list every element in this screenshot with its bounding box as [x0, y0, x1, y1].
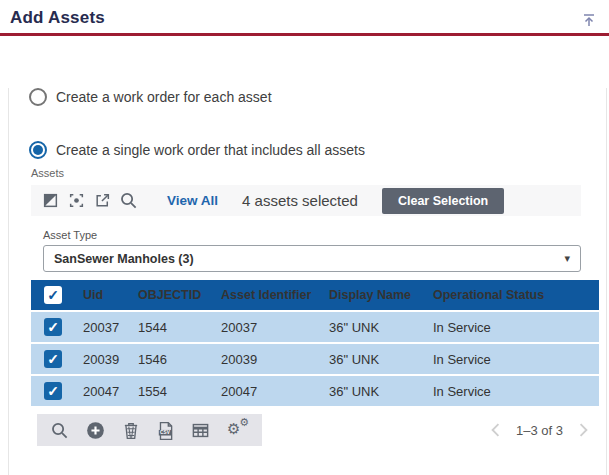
cell-asset-identifier: 20037 — [213, 320, 321, 335]
cell-display-name: 36" UNK — [321, 320, 425, 335]
radio-option-work-order-each[interactable]: Create a work order for each asset — [29, 88, 449, 106]
selected-count-text: 4 assets selected — [242, 192, 358, 209]
cell-objectid: 1546 — [130, 352, 213, 367]
column-header-operational-status[interactable]: Operational Status — [425, 288, 599, 302]
titlebar: Add Assets — [0, 0, 609, 33]
cell-display-name: 36" UNK — [321, 384, 425, 399]
row-checkbox-cell: ✓ — [31, 382, 75, 400]
chevron-down-icon: ▾ — [564, 252, 570, 265]
asset-type-value: SanSewer Manholes (3) — [54, 252, 194, 266]
grid-toolbar: CSV ⚙ ⚙ — [37, 414, 262, 446]
add-icon[interactable] — [86, 421, 105, 440]
search-icon[interactable] — [115, 188, 141, 214]
cell-objectid: 1554 — [130, 384, 213, 399]
delete-icon[interactable] — [122, 421, 140, 440]
asset-type-select[interactable]: SanSewer Manholes (3) ▾ — [43, 245, 581, 272]
select-all-checkbox[interactable]: ✓ — [44, 286, 62, 304]
cell-objectid: 1544 — [130, 320, 213, 335]
radio-selected-icon[interactable] — [29, 141, 47, 159]
column-header-uid[interactable]: Uid — [75, 288, 130, 302]
add-assets-panel: Add Assets Create a work order for each … — [0, 0, 609, 475]
pagination-range: 1–3 of 3 — [516, 423, 563, 438]
cell-operational-status: In Service — [425, 384, 599, 399]
assets-section-label: Assets — [31, 167, 606, 179]
search-icon[interactable] — [50, 421, 69, 440]
assets-table: ✓ Uid OBJECTID Asset Identifier Display … — [31, 280, 599, 406]
column-header-objectid[interactable]: OBJECTID — [130, 288, 213, 302]
column-header-asset-identifier[interactable]: Asset Identifier — [213, 288, 321, 302]
row-checkbox-cell: ✓ — [31, 350, 75, 368]
title-divider — [0, 33, 609, 36]
table-header-row: ✓ Uid OBJECTID Asset Identifier Display … — [31, 280, 599, 310]
table-columns-icon[interactable] — [191, 421, 210, 440]
cell-operational-status: In Service — [425, 352, 599, 367]
row-checkbox[interactable]: ✓ — [44, 350, 62, 368]
table-footer: CSV ⚙ ⚙ — [29, 414, 595, 446]
export-csv-icon[interactable]: CSV — [157, 421, 174, 440]
next-page-icon[interactable] — [578, 423, 589, 437]
page-title: Add Assets — [10, 8, 105, 28]
zoom-to-icon[interactable] — [63, 188, 89, 214]
table-row[interactable]: ✓ 20039 1546 20039 36" UNK In Service — [31, 344, 599, 374]
cell-operational-status: In Service — [425, 320, 599, 335]
radio-option-label: Create a work order for each asset — [56, 89, 272, 105]
gear-icon: ⚙ — [239, 417, 249, 428]
clear-selection-button[interactable]: Clear Selection — [382, 188, 504, 214]
cell-uid: 20039 — [75, 352, 130, 367]
scroll-to-top-icon[interactable] — [581, 12, 597, 32]
radio-option-label: Create a single work order that includes… — [56, 142, 365, 158]
assets-toolbar: View All 4 assets selected Clear Selecti… — [31, 185, 581, 216]
table-row[interactable]: ✓ 20037 1544 20037 36" UNK In Service — [31, 312, 599, 342]
radio-unselected-icon[interactable] — [29, 88, 47, 106]
csv-icon-label: CSV — [160, 430, 171, 435]
asset-type-field: Asset Type SanSewer Manholes (3) ▾ — [43, 229, 606, 272]
open-in-new-icon[interactable] — [89, 188, 115, 214]
previous-page-icon[interactable] — [490, 423, 501, 437]
pagination: 1–3 of 3 — [490, 423, 589, 438]
cell-asset-identifier: 20039 — [213, 352, 321, 367]
column-header-display-name[interactable]: Display Name — [321, 288, 425, 302]
flash-select-icon[interactable] — [37, 188, 63, 214]
table-row[interactable]: ✓ 20047 1554 20047 36" UNK In Service — [31, 376, 599, 406]
row-checkbox[interactable]: ✓ — [44, 382, 62, 400]
cell-uid: 20037 — [75, 320, 130, 335]
cell-uid: 20047 — [75, 384, 130, 399]
row-checkbox-cell: ✓ — [31, 318, 75, 336]
panel-body: Create a work order for each asset Creat… — [8, 88, 607, 475]
row-checkbox[interactable]: ✓ — [44, 318, 62, 336]
view-all-link[interactable]: View All — [167, 193, 218, 208]
radio-option-single-work-order[interactable]: Create a single work order that includes… — [29, 141, 449, 159]
asset-type-label: Asset Type — [43, 229, 606, 241]
settings-gears-icon[interactable]: ⚙ ⚙ — [227, 420, 249, 440]
cell-display-name: 36" UNK — [321, 352, 425, 367]
select-all-cell: ✓ — [31, 286, 75, 304]
cell-asset-identifier: 20047 — [213, 384, 321, 399]
